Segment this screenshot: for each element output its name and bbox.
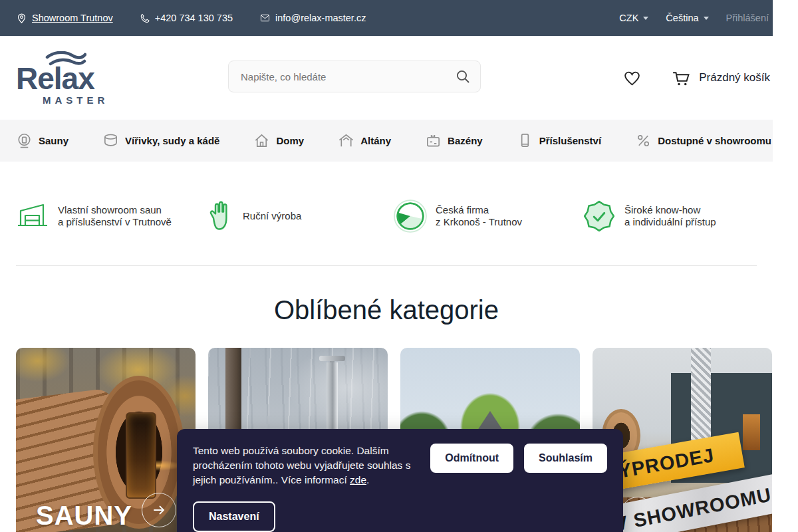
cookie-more-link[interactable]: zde	[350, 474, 366, 485]
pool-icon	[425, 132, 442, 149]
feature-text: Široké know-how a individuální přístup	[624, 204, 716, 228]
accessory-icon	[517, 132, 533, 149]
badge-check-icon	[583, 200, 616, 233]
cart-label: Prázdný košík	[699, 71, 770, 84]
house-icon	[253, 132, 270, 149]
phone-icon	[140, 13, 150, 24]
language-label: Čeština	[666, 13, 698, 23]
header: Relax MASTER Prázdný košík	[0, 36, 773, 120]
nav-item-virivky[interactable]: Vířivky, sudy a kádě	[102, 132, 219, 149]
feature-text: Vlastní showroom saun a příslušenství v …	[58, 204, 172, 228]
sauna-door	[126, 412, 156, 499]
cookie-actions: Odmítnout Souhlasím	[430, 444, 607, 531]
location-pin-icon	[16, 12, 27, 25]
page: Showroom Trutnov +420 734 130 735 info@r…	[0, 0, 773, 532]
topbar: Showroom Trutnov +420 734 130 735 info@r…	[0, 0, 773, 36]
feature-knowhow: Široké know-how a individuální přístup	[583, 200, 771, 233]
nav-item-bazeny[interactable]: Bazény	[425, 132, 483, 149]
cart-icon	[670, 69, 691, 87]
arrow-right-icon	[151, 502, 167, 518]
cookie-accept-button[interactable]: Souhlasím	[524, 444, 607, 473]
features-row: Vlastní showroom saun a příslušenství v …	[0, 162, 773, 233]
chevron-down-icon	[643, 17, 648, 20]
search-icon	[455, 68, 471, 84]
showroom-icon	[16, 200, 49, 232]
divider	[16, 265, 757, 266]
logo-subtext: MASTER	[43, 95, 108, 105]
search-box	[228, 61, 481, 92]
chevron-down-icon	[704, 17, 709, 20]
cart-button[interactable]: Prázdný košík	[670, 69, 770, 87]
cookie-content: Tento web používá soubory cookie. Dalším…	[193, 444, 421, 531]
czech-circle-icon	[394, 200, 427, 233]
envelope-icon	[259, 13, 271, 23]
feature-showroom: Vlastní showroom saun a příslušenství v …	[16, 200, 205, 233]
logo-text: Relax	[16, 63, 108, 94]
wishlist-button[interactable]	[623, 70, 641, 86]
logo[interactable]: Relax MASTER	[16, 51, 108, 105]
language-select[interactable]: Čeština	[666, 13, 708, 23]
nav-item-showroom[interactable]: Dostupné v showroomu	[635, 132, 771, 149]
feature-text: Česká firma z Krkonoš - Trutnov	[436, 204, 522, 228]
cookie-settings-button[interactable]: Nastavení	[193, 501, 275, 532]
section-title: Oblíbené kategorie	[0, 295, 773, 325]
feature-czech: Česká firma z Krkonoš - Trutnov	[394, 200, 583, 233]
currency-select[interactable]: CZK	[619, 13, 648, 23]
feature-text: Ruční výroba	[243, 210, 301, 222]
nav-item-sauny[interactable]: Sauny	[16, 132, 68, 149]
category-label: SAUNY	[36, 501, 132, 531]
phone-label: +420 734 130 735	[155, 13, 233, 23]
header-actions: Prázdný košík	[623, 69, 770, 87]
heart-icon	[623, 70, 641, 86]
cookie-decline-button[interactable]: Odmítnout	[430, 444, 513, 473]
search-input[interactable]	[229, 71, 452, 82]
cookie-banner: Tento web používá soubory cookie. Dalším…	[177, 429, 623, 532]
login-link[interactable]: Přihlášení	[726, 13, 769, 23]
gazebo-icon	[338, 132, 354, 149]
topbar-controls: CZK Čeština Přihlášení	[619, 13, 769, 23]
cookie-message: Tento web používá soubory cookie. Dalším…	[193, 444, 421, 487]
arrow-right-button[interactable]	[142, 493, 176, 527]
tub-icon	[102, 132, 119, 149]
sauna-barrel-icon	[16, 132, 33, 149]
phone-link[interactable]: +420 734 130 735	[140, 13, 233, 24]
nav-item-altany[interactable]: Altány	[338, 132, 391, 149]
hand-icon	[205, 200, 234, 232]
currency-label: CZK	[619, 13, 638, 23]
main-nav: Sauny Vířivky, sudy a kádě Domy Altány B…	[0, 120, 773, 162]
email-link[interactable]: info@relax-master.cz	[259, 13, 366, 23]
percent-icon	[635, 132, 652, 149]
showroom-link[interactable]: Showroom Trutnov	[16, 12, 113, 25]
email-label: info@relax-master.cz	[275, 13, 366, 23]
feature-handmade: Ruční výroba	[205, 200, 394, 233]
search-button[interactable]	[452, 68, 480, 84]
category-card-sauny[interactable]: SAUNY	[16, 348, 196, 532]
showroom-label: Showroom Trutnov	[32, 13, 113, 23]
nav-item-prislusenstvi[interactable]: Příslušenství	[517, 132, 601, 149]
topbar-contacts: Showroom Trutnov +420 734 130 735 info@r…	[16, 12, 366, 25]
nav-item-domy[interactable]: Domy	[253, 132, 304, 149]
